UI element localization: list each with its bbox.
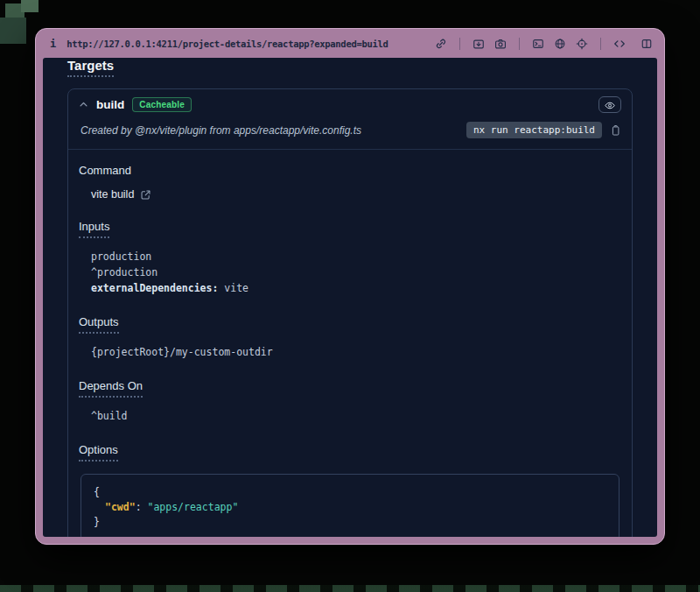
json-key: "cwd" [105, 501, 136, 513]
target-name: build [96, 98, 124, 111]
outputs-list: {projectRoot}/my-custom-outdir [91, 344, 620, 360]
code-line: { [94, 485, 606, 500]
desktop-fragment [21, 0, 38, 12]
command-heading: Command [79, 164, 131, 177]
input-named-value: vite [224, 282, 248, 294]
terminal-icon[interactable] [531, 37, 545, 51]
created-by-row: Created by @nx/vite/plugin from apps/rea… [68, 120, 632, 149]
browser-toolbar: i http://127.0.0.1:4211/project-details/… [43, 29, 657, 58]
eye-button[interactable] [598, 96, 621, 113]
open-config-button[interactable] [140, 189, 151, 201]
target-card-build: build Cacheable Created by @nx/vite/plug… [67, 88, 633, 537]
toolbar-separator [459, 38, 460, 50]
json-string-value: "apps/reactapp" [147, 501, 238, 513]
depends-on-item: ^build [91, 408, 620, 424]
build-target-details: Command vite build Inputs [68, 149, 632, 537]
input-named-key: externalDependencies: [91, 282, 218, 294]
run-command-chip: nx run reactapp:build [466, 122, 602, 138]
nx-project-details-window: i http://127.0.0.1:4211/project-details/… [35, 28, 665, 545]
desktop-fragment [0, 18, 26, 44]
crosshair-icon[interactable] [575, 37, 589, 51]
input-item: ^production [91, 264, 620, 280]
toolbar-separator [600, 38, 601, 50]
chevron-up-icon [79, 100, 88, 109]
info-icon: i [50, 38, 56, 50]
toolbar-actions [434, 37, 654, 51]
json-colon: : [136, 501, 148, 513]
frame-capture-icon[interactable] [472, 37, 486, 51]
outputs-heading: Outputs [79, 315, 119, 334]
code-line: } [94, 515, 606, 530]
command-value: vite build [91, 188, 134, 201]
options-heading: Options [79, 443, 118, 462]
external-link-icon [140, 189, 151, 201]
address-url: http://127.0.0.1:4211/project-details/re… [66, 39, 388, 49]
inputs-list: production ^production externalDependenc… [91, 249, 620, 296]
code-line: "cwd": "apps/reactapp" [94, 500, 606, 515]
desktop-fragment [0, 585, 700, 592]
desktop-background: i http://127.0.0.1:4211/project-details/… [0, 0, 700, 592]
copy-button[interactable] [610, 124, 621, 137]
camera-icon[interactable] [494, 37, 508, 51]
depends-on-list: ^build [91, 408, 620, 424]
command-value-row: vite build [91, 188, 620, 201]
toolbar-separator [519, 38, 520, 50]
copy-icon [610, 124, 621, 137]
inputs-heading: Inputs [79, 220, 109, 238]
eye-icon [604, 100, 616, 111]
split-view-icon[interactable] [640, 37, 654, 51]
cacheable-badge: Cacheable [132, 97, 192, 112]
link-icon[interactable] [434, 37, 448, 51]
project-details-page: Targets build Cacheable [43, 58, 657, 537]
globe-icon[interactable] [553, 37, 567, 51]
output-item: {projectRoot}/my-custom-outdir [91, 344, 620, 360]
code-icon[interactable] [612, 37, 626, 51]
build-target-header[interactable]: build Cacheable [68, 89, 632, 120]
input-item: production [91, 249, 620, 264]
input-item-named: externalDependencies: vite [91, 280, 620, 296]
targets-heading: Targets [67, 58, 114, 77]
depends-on-heading: Depends On [79, 379, 143, 398]
options-code-block: { "cwd": "apps/reactapp" } [80, 474, 620, 537]
created-by-text: Created by @nx/vite/plugin from apps/rea… [80, 124, 361, 137]
